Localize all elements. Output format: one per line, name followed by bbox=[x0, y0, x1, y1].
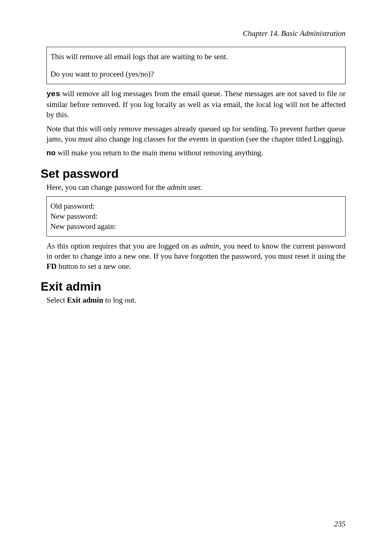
para4-fd: FD bbox=[46, 262, 57, 271]
para4-p3: button to set a new one. bbox=[57, 262, 131, 271]
para3-text: will make you return to the main menu wi… bbox=[56, 148, 263, 157]
yes-command: yes bbox=[46, 90, 60, 98]
paragraph-note: Note that this will only remove messages… bbox=[46, 124, 346, 144]
old-password-label: Old password: bbox=[50, 201, 342, 211]
box1-line1: This will remove all email logs that are… bbox=[50, 52, 342, 62]
password-paragraph: As this option requires that you are log… bbox=[46, 241, 346, 272]
para1-text: will remove all log messages from the em… bbox=[46, 89, 346, 119]
chapter-header: Chapter 14. Basic Administration bbox=[46, 29, 346, 38]
password-prompt-box: Old password: New password: New password… bbox=[46, 196, 346, 237]
para4-p1: As this option requires that you are log… bbox=[46, 242, 200, 250]
para4-admin: admin bbox=[200, 242, 219, 250]
exit-bold: Exit admin bbox=[67, 296, 103, 304]
set-password-intro: Here, you can change password for the ad… bbox=[46, 183, 346, 192]
box1-line2: Do you want to proceed (yes/no)? bbox=[50, 69, 342, 79]
remove-logs-prompt-box: This will remove all email logs that are… bbox=[46, 47, 346, 84]
intro-pre: Here, you can change password for the bbox=[46, 183, 167, 192]
exit-pre: Select bbox=[46, 296, 67, 304]
intro-post: user. bbox=[186, 183, 202, 192]
set-password-heading: Set password bbox=[41, 167, 346, 181]
exit-admin-intro: Select Exit admin to log out. bbox=[46, 296, 346, 305]
paragraph-no-description: no will make you return to the main menu… bbox=[46, 148, 346, 159]
intro-admin: admin bbox=[167, 183, 186, 192]
page-number: 235 bbox=[334, 520, 346, 529]
paragraph-yes-description: yes will remove all log messages from th… bbox=[46, 89, 346, 120]
new-password-again-label: New password again: bbox=[50, 221, 342, 231]
exit-admin-heading: Exit admin bbox=[41, 280, 346, 294]
new-password-label: New password: bbox=[50, 211, 342, 221]
no-command: no bbox=[46, 149, 56, 157]
exit-post: to log out. bbox=[103, 296, 136, 304]
